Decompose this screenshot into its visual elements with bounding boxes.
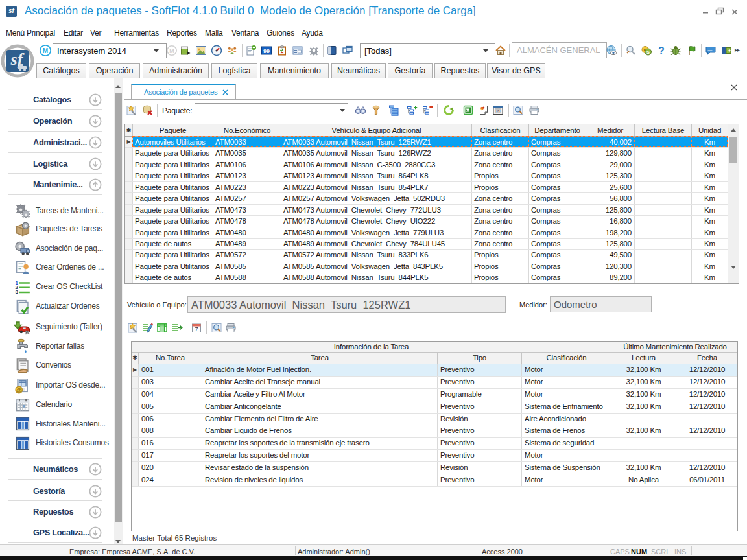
svg-text:7: 7 [195,326,198,332]
svg-text:99: 99 [263,48,270,54]
svg-text:$: $ [646,49,650,55]
svg-text:@: @ [16,386,21,393]
svg-text:M: M [169,48,174,54]
svg-text:M: M [43,47,48,54]
svg-text:?: ? [658,45,665,56]
svg-text:TXT: TXT [495,110,501,113]
svg-text:3: 3 [15,289,18,295]
